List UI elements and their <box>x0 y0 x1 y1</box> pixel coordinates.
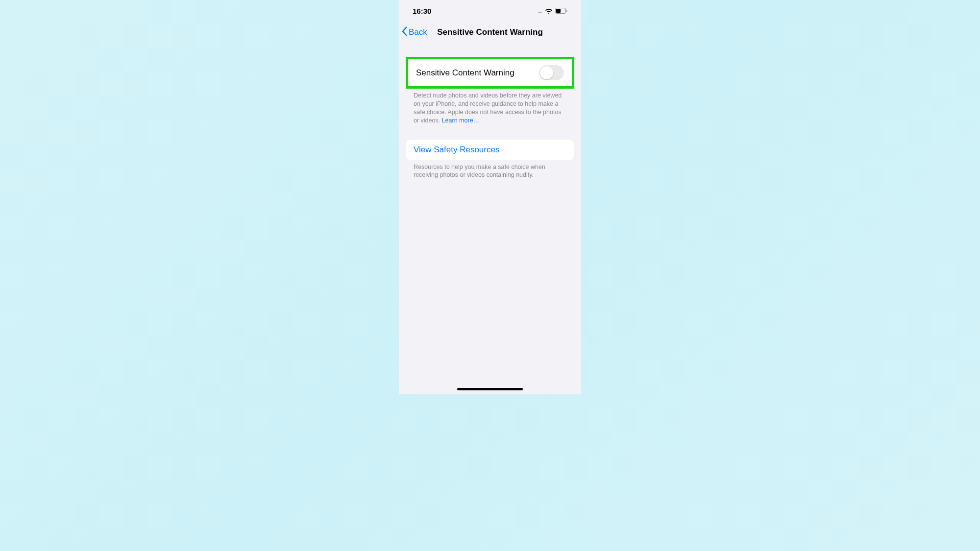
spacer <box>399 125 581 140</box>
resources-footer-text: Resources to help you make a safe choice… <box>399 160 581 180</box>
sensitive-content-toggle-row[interactable]: Sensitive Content Warning <box>408 59 572 86</box>
toggle-footer-body: Detect nude photos and videos before the… <box>414 92 562 124</box>
wifi-icon <box>545 7 553 15</box>
svg-rect-2 <box>566 10 567 12</box>
sensitive-content-toggle[interactable] <box>539 65 564 80</box>
back-button[interactable]: Back <box>402 26 427 39</box>
status-right-cluster: .... <box>538 7 567 15</box>
cellular-dots: .... <box>538 8 541 14</box>
back-label: Back <box>409 27 427 37</box>
toggle-footer-text: Detect nude photos and videos before the… <box>399 89 581 125</box>
status-time: 16:30 <box>413 7 431 15</box>
chevron-left-icon <box>402 26 408 39</box>
resources-group: View Safety Resources <box>406 140 574 160</box>
toggle-label: Sensitive Content Warning <box>416 68 514 78</box>
learn-more-link[interactable]: Learn more… <box>442 117 479 124</box>
nav-bar: Back Sensitive Content Warning <box>399 22 581 43</box>
content-area: Sensitive Content Warning Detect nude ph… <box>399 43 581 394</box>
status-bar: 16:30 .... <box>399 0 581 22</box>
toggle-knob <box>540 66 553 79</box>
resources-label: View Safety Resources <box>414 145 499 155</box>
view-safety-resources-button[interactable]: View Safety Resources <box>406 140 574 160</box>
highlight-box: Sensitive Content Warning <box>406 57 574 89</box>
phone-frame: 16:30 .... Back Sensitive Content Warnin… <box>399 0 581 394</box>
battery-icon <box>555 7 567 15</box>
svg-rect-1 <box>556 9 561 13</box>
home-indicator <box>457 388 523 390</box>
toggle-group: Sensitive Content Warning <box>408 59 572 86</box>
